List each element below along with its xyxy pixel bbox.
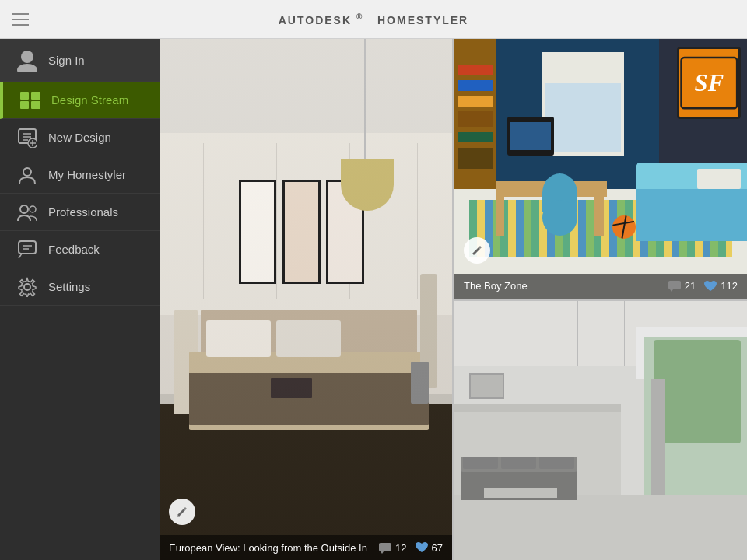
app-header: AUTODESK ® HOMESTYLER [0,0,747,39]
new-design-label: New Design [48,131,111,144]
svg-rect-21 [379,543,391,551]
title-suffix: HOMESTYLER [377,13,468,26]
svg-point-13 [23,168,31,176]
sidebar: Sign In Design Stream New [0,39,160,560]
feedback-label: Feedback [48,243,100,256]
boyzone-scene: SF [454,39,747,299]
new-design-icon [16,126,39,149]
sidebar-item-design-stream[interactable]: Design Stream [0,82,160,119]
edit-button-boyzone[interactable] [464,237,490,264]
bedroom-scene [160,39,452,560]
main-content: European View: Looking from the Outside … [160,39,747,560]
comment-count-boyzone: 21 [685,280,696,292]
sidebar-item-sign-in[interactable]: Sign In [0,39,160,82]
svg-rect-16 [19,241,36,254]
like-stat-boyzone: 112 [703,280,738,292]
svg-point-14 [20,205,28,213]
design-grid: European View: Looking from the Outside … [160,39,747,560]
svg-rect-4 [20,101,29,109]
trademark: ® [356,12,363,21]
card-modern-space[interactable] [454,301,747,561]
svg-rect-31 [668,281,681,289]
design-stream-label: Design Stream [51,93,128,107]
title-prefix: AUTODESK [279,13,352,26]
svg-text:SF: SF [694,70,724,96]
professionals-icon [16,201,39,224]
card-title-boyzone: The Boy Zone [464,280,528,292]
card-stats-european: 12 67 [378,541,443,554]
card-info-bar-boyzone: The Boy Zone 21 112 [454,274,747,299]
my-homestyler-label: My Homestyler [48,168,126,181]
sidebar-item-professionals[interactable]: Professionals [0,194,160,231]
svg-point-15 [30,206,36,212]
svg-rect-2 [20,92,29,100]
svg-marker-32 [670,289,673,292]
sf-logo: SF [677,47,742,119]
settings-icon [16,275,39,299]
sidebar-item-feedback[interactable]: Feedback [0,231,160,268]
comment-stat-boyzone: 21 [668,280,696,292]
svg-point-19 [24,284,30,290]
sidebar-item-my-homestyler[interactable]: My Homestyler [0,156,160,194]
menu-icon[interactable] [12,13,29,26]
sidebar-item-new-design[interactable]: New Design [0,119,160,156]
like-stat: 67 [415,541,443,554]
svg-rect-3 [31,92,40,100]
professionals-label: Professionals [48,205,118,219]
sidebar-item-settings[interactable]: Settings [0,268,160,306]
like-count: 67 [432,542,443,554]
card-european-view[interactable]: European View: Looking from the Outside … [160,39,452,560]
comment-stat: 12 [378,542,406,554]
svg-point-1 [17,64,37,72]
grid-icon [19,89,42,112]
card-title-european: European View: Looking from the Outside … [169,542,367,554]
edit-button[interactable] [169,499,195,525]
feedback-icon [16,238,39,261]
svg-marker-22 [381,551,384,554]
card-boy-zone[interactable]: SF [454,39,747,299]
sign-in-label: Sign In [48,54,85,67]
user-icon [16,48,39,72]
like-count-boyzone: 112 [721,280,738,292]
settings-label: Settings [48,280,90,293]
svg-rect-5 [31,101,40,109]
card-info-bar-european: European View: Looking from the Outside … [160,535,452,560]
svg-point-0 [21,51,33,63]
profile-icon [16,163,39,187]
app-title: AUTODESK ® HOMESTYLER [279,12,468,26]
card-stats-boyzone: 21 112 [668,280,738,292]
modern-scene [454,301,747,561]
comment-count: 12 [395,542,406,554]
